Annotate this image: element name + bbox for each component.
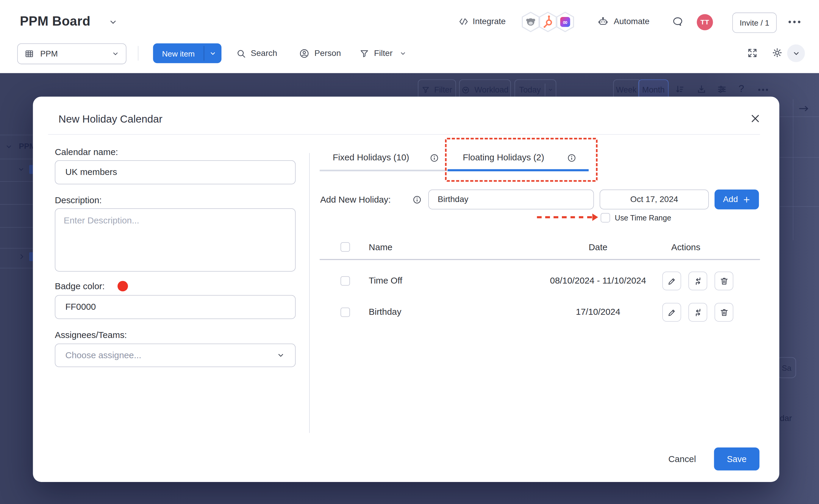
bg-today-divider bbox=[545, 84, 545, 96]
row-checkbox[interactable] bbox=[340, 308, 350, 317]
close-icon[interactable] bbox=[750, 113, 761, 124]
more-horizontal-icon bbox=[757, 87, 769, 93]
bg-month-label: Month bbox=[642, 85, 665, 95]
edit-button[interactable] bbox=[662, 272, 681, 290]
download-icon bbox=[696, 84, 707, 95]
calendar-name-input[interactable] bbox=[55, 160, 296, 184]
hubspot-badge-icon[interactable] bbox=[539, 12, 557, 32]
cancel-button[interactable]: Cancel bbox=[663, 452, 701, 467]
collapse-header-button[interactable] bbox=[787, 44, 805, 62]
trash-icon bbox=[719, 276, 729, 286]
chevron-down-icon bbox=[5, 143, 13, 151]
integrate-button[interactable]: Integrate bbox=[473, 17, 506, 26]
row-date: 17/10/2024 bbox=[520, 307, 676, 317]
description-label: Description: bbox=[55, 195, 102, 206]
calendar-name-label: Calendar name: bbox=[55, 147, 118, 158]
swap-icon bbox=[693, 307, 703, 317]
chevron-down-icon bbox=[277, 351, 285, 359]
holiday-date-input[interactable] bbox=[600, 190, 709, 209]
annotation-arrowhead bbox=[592, 214, 598, 221]
automate-button[interactable]: Automate bbox=[614, 17, 649, 26]
integrate-icon bbox=[459, 17, 468, 27]
add-holiday-label: Add New Holiday: bbox=[320, 195, 391, 205]
use-time-range-checkbox[interactable] bbox=[601, 213, 610, 223]
person-icon bbox=[299, 48, 310, 59]
annotation-dashed-arrow bbox=[537, 216, 592, 218]
chevron-right-icon bbox=[18, 253, 25, 260]
automate-robot-icon bbox=[598, 16, 609, 27]
badge-color-input[interactable] bbox=[55, 295, 296, 319]
annotation-dashed-box bbox=[445, 138, 597, 181]
bg-item-chip bbox=[29, 252, 33, 261]
badge-color-label: Badge color: bbox=[55, 281, 105, 292]
bg-filter-label: Filter bbox=[434, 85, 452, 95]
edit-pencil-icon bbox=[667, 307, 676, 317]
modal-title: New Holiday Calendar bbox=[59, 113, 162, 125]
person-label: Person bbox=[315, 48, 341, 58]
board-title: PPM Board bbox=[20, 14, 90, 29]
search-button[interactable]: Search bbox=[236, 43, 277, 63]
more-horizontal-icon[interactable] bbox=[788, 19, 801, 25]
info-icon[interactable] bbox=[412, 195, 422, 205]
invite-button[interactable]: Invite / 1 bbox=[732, 12, 777, 33]
swap-button[interactable] bbox=[688, 272, 707, 290]
view-selector[interactable]: PPM bbox=[17, 43, 126, 64]
assignee-select[interactable]: Choose assignee... bbox=[55, 344, 296, 367]
modal-column-divider bbox=[309, 153, 310, 433]
bg-week-label: Week bbox=[616, 85, 637, 95]
delete-button[interactable] bbox=[715, 272, 733, 290]
row-checkbox[interactable] bbox=[340, 276, 350, 286]
mailchimp-badge-icon[interactable] bbox=[521, 12, 540, 32]
chevron-down-icon[interactable] bbox=[109, 18, 118, 27]
column-header-name: Name bbox=[369, 242, 393, 253]
workload-icon bbox=[461, 85, 470, 94]
tab-fixed-holidays[interactable]: Fixed Holidays (10) bbox=[333, 152, 409, 163]
chevron-down-icon bbox=[399, 50, 406, 57]
chevron-down-icon bbox=[548, 87, 553, 93]
swap-icon bbox=[693, 276, 703, 286]
row-name: Time Off bbox=[369, 276, 402, 286]
sort-icon bbox=[674, 84, 685, 95]
description-textarea[interactable] bbox=[55, 208, 296, 271]
creative-cloud-badge-icon[interactable]: ∞ bbox=[556, 12, 574, 32]
expand-icon[interactable] bbox=[747, 48, 758, 59]
filter-button[interactable]: Filter bbox=[360, 43, 406, 63]
row-date: 08/10/2024 - 11/10/2024 bbox=[520, 276, 676, 286]
filter-funnel-icon bbox=[422, 86, 430, 94]
chevron-down-icon bbox=[18, 166, 25, 173]
chat-bubble-icon[interactable] bbox=[672, 16, 684, 28]
arrow-right-icon bbox=[798, 104, 810, 113]
bg-day-label: Sa bbox=[782, 363, 791, 372]
gear-icon[interactable] bbox=[771, 47, 783, 59]
avatar[interactable]: TT bbox=[697, 14, 713, 30]
chevron-down-icon bbox=[112, 50, 119, 57]
chevron-down-icon bbox=[210, 50, 216, 57]
help-icon: ? bbox=[739, 83, 744, 95]
screen: Filter Workload Today Week Month ? P bbox=[0, 0, 819, 504]
plus-icon bbox=[743, 195, 750, 203]
invite-label: Invite / 1 bbox=[740, 18, 769, 27]
new-item-menu-button[interactable] bbox=[204, 43, 221, 63]
holiday-name-input[interactable] bbox=[428, 190, 594, 209]
app-header: PPM Board Integrate ∞ Automate TT Invite… bbox=[0, 0, 819, 73]
new-holiday-calendar-modal: New Holiday Calendar Calendar name: Desc… bbox=[33, 97, 779, 482]
delete-button[interactable] bbox=[715, 303, 733, 322]
filter-label: Filter bbox=[374, 48, 393, 58]
info-icon[interactable] bbox=[429, 153, 439, 163]
save-button[interactable]: Save bbox=[714, 447, 759, 470]
row-name: Birthday bbox=[369, 307, 401, 317]
edit-button[interactable] bbox=[662, 303, 681, 322]
trash-icon bbox=[719, 307, 729, 317]
person-button[interactable]: Person bbox=[299, 43, 341, 63]
column-header-actions: Actions bbox=[653, 242, 719, 253]
select-all-checkbox[interactable] bbox=[340, 242, 350, 252]
search-icon bbox=[236, 48, 246, 58]
bg-calendar-fragment: dar bbox=[780, 414, 792, 423]
search-label: Search bbox=[251, 48, 277, 58]
add-holiday-button[interactable]: Add bbox=[715, 190, 759, 209]
swap-button[interactable] bbox=[688, 303, 707, 322]
badge-color-swatch[interactable] bbox=[118, 281, 128, 291]
avatar-initials: TT bbox=[701, 18, 709, 26]
toolbar-divider bbox=[138, 46, 138, 60]
new-item-button[interactable]: New item bbox=[153, 43, 221, 63]
